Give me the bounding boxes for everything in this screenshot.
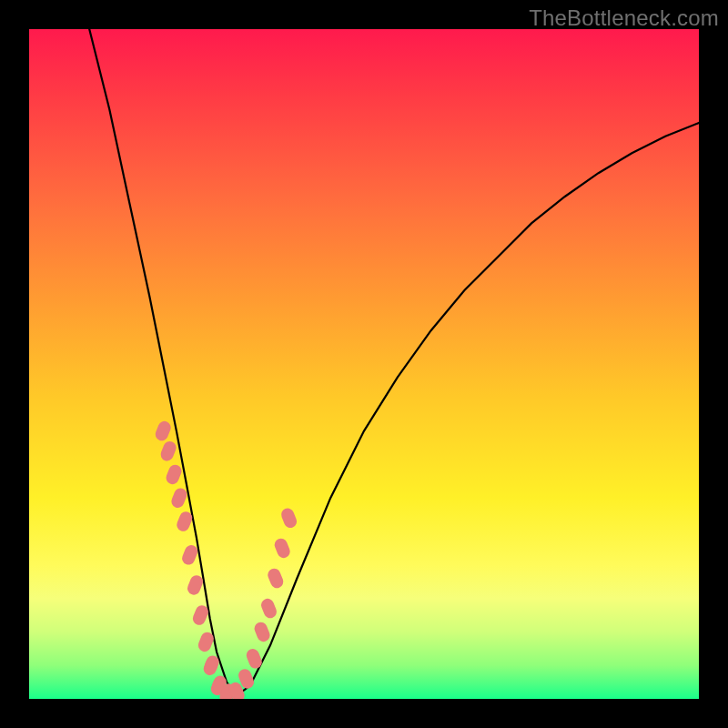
curve-marker <box>252 621 271 644</box>
curve-marker <box>279 506 298 530</box>
curve-marker <box>266 567 285 591</box>
curve-marker <box>245 647 264 671</box>
curve-marker <box>273 537 292 561</box>
bottleneck-curve-path <box>89 29 699 695</box>
curve-marker <box>154 420 173 443</box>
curve-marker <box>230 686 243 699</box>
curve-marker <box>205 659 217 672</box>
outer-frame: TheBottleneck.com <box>0 0 728 728</box>
curve-marker <box>180 543 199 567</box>
watermark-text: TheBottleneck.com <box>529 5 719 31</box>
curve-marker <box>158 440 177 463</box>
curve-marker <box>259 597 278 621</box>
curve-marker <box>186 573 205 597</box>
curve-group <box>89 29 699 695</box>
marker-group <box>154 420 299 699</box>
plot-area <box>29 29 699 699</box>
curve-marker <box>164 463 183 487</box>
curve-marker <box>169 486 188 510</box>
bottleneck-curve-svg <box>29 29 699 699</box>
